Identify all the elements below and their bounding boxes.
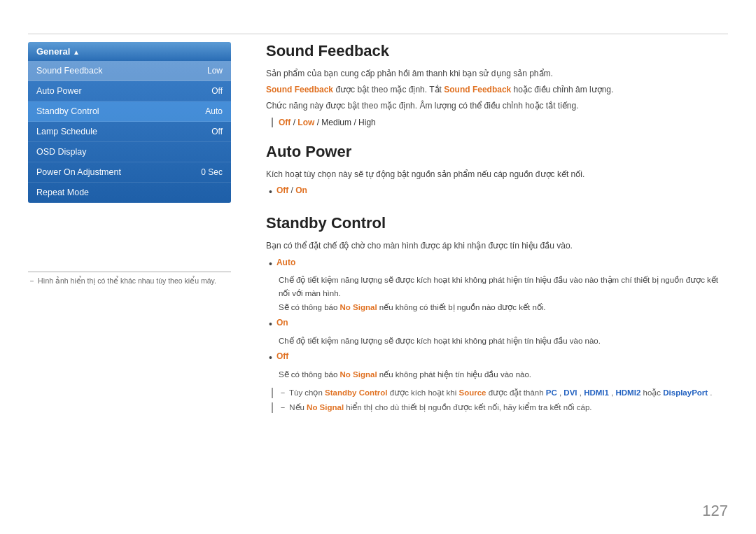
- standby-off-label: Off: [276, 351, 288, 361]
- sidebar-menu: Sound Feedback Low Auto Power Off Standb…: [28, 61, 231, 203]
- opt-medium: Medium: [321, 118, 351, 127]
- sidebar-divider: [28, 272, 231, 272]
- standby-bullets: • Auto Chế độ tiết kiệm năng lượng sẽ đư…: [269, 258, 728, 381]
- sidebar-item-lamp-schedule-value: Off: [211, 127, 223, 136]
- sidebar-item-osd-display[interactable]: OSD Display: [28, 142, 231, 162]
- sidebar-item-power-on-adjustment-value: 0 Sec: [201, 167, 223, 177]
- sound-feedback-bold2: Sound Feedback: [444, 85, 511, 94]
- sidebar-item-auto-power-label: Auto Power: [36, 86, 82, 96]
- standby-note1: － Tùy chọn Standby Control được kích hoạ…: [272, 388, 728, 398]
- bullet-dot-auto-icon: •: [269, 258, 272, 272]
- standby-bullet-on: • On: [269, 318, 728, 332]
- sound-feedback-text3: hoặc điều chỉnh âm lượng.: [514, 85, 614, 94]
- sidebar-arrow-icon: ▲: [73, 48, 80, 56]
- sound-feedback-options: Off / Low / Medium / High: [272, 118, 728, 127]
- auto-power-options: • Off / On: [269, 185, 728, 199]
- main-content: Sound Feedback Sản phẩm của bạn cung cấp…: [266, 42, 728, 506]
- section-auto-power: Auto Power Kích hoạt tùy chọn này sẽ tự …: [266, 143, 728, 199]
- sidebar-item-lamp-schedule-label: Lamp Schedule: [36, 127, 97, 136]
- page-number: 127: [702, 502, 728, 520]
- section-standby-control: Standby Control Bạn có thể đặt chế độ ch…: [266, 214, 728, 413]
- sound-feedback-bold1: Sound Feedback: [266, 85, 333, 94]
- sidebar-item-sound-feedback-label: Sound Feedback: [36, 66, 103, 76]
- sound-feedback-para1: Sản phẩm của bạn cung cấp phản hồi âm th…: [266, 67, 728, 80]
- bullet-dot-on-icon: •: [269, 318, 272, 332]
- sidebar-title: General ▲: [28, 42, 231, 61]
- sidebar-item-power-on-adjustment-label: Power On Adjustment: [36, 167, 121, 177]
- standby-control-title: Standby Control: [266, 214, 728, 232]
- sidebar-item-osd-display-label: OSD Display: [36, 147, 87, 157]
- sound-feedback-text2: được bật theo mặc định. Tắt: [335, 85, 444, 94]
- standby-on-sub1: Chế độ tiết kiệm năng lượng sẽ được kích…: [279, 335, 728, 347]
- standby-bullet-auto: • Auto: [269, 258, 728, 272]
- sidebar-item-sound-feedback[interactable]: Sound Feedback Low: [28, 61, 231, 81]
- section-sound-feedback: Sound Feedback Sản phẩm của bạn cung cấp…: [266, 42, 728, 127]
- standby-control-para: Bạn có thể đặt chế độ chờ cho màn hình đ…: [266, 239, 728, 253]
- hdmi1-bold: HDMI1: [584, 388, 609, 397]
- standby-on-label: On: [276, 318, 288, 328]
- sidebar-item-auto-power[interactable]: Auto Power Off: [28, 81, 231, 101]
- dvi-bold: DVI: [564, 388, 577, 397]
- no-signal-bold1: No Signal: [340, 303, 377, 311]
- source-bold: Source: [458, 388, 486, 397]
- sidebar-item-lamp-schedule[interactable]: Lamp Schedule Off: [28, 122, 231, 142]
- auto-power-off-on: Off / On: [276, 185, 307, 195]
- auto-power-on: On: [295, 185, 307, 195]
- standby-auto-sub1: Chế độ tiết kiệm năng lượng sẽ được kích…: [279, 274, 728, 300]
- auto-power-para: Kích hoạt tùy chọn này sẽ tự động bật ng…: [266, 168, 728, 181]
- standby-auto-label: Auto: [276, 258, 295, 267]
- auto-power-off: Off: [276, 185, 288, 195]
- hdmi2-bold: HDMI2: [616, 388, 641, 397]
- sound-feedback-para2: Sound Feedback được bật theo mặc định. T…: [266, 83, 728, 97]
- sidebar: General ▲ Sound Feedback Low Auto Power …: [28, 42, 231, 203]
- sound-feedback-title: Sound Feedback: [266, 42, 728, 60]
- displayport-bold: DisplayPort: [663, 388, 708, 397]
- standby-bullet-off: • Off: [269, 351, 728, 365]
- opt-high: High: [358, 118, 376, 127]
- sidebar-item-standby-control[interactable]: Standby Control Auto: [28, 101, 231, 122]
- opt-off: Off: [279, 118, 290, 127]
- pc-bold: PC: [546, 388, 557, 397]
- sound-feedback-para3: Chức năng này được bật theo mặc định. Âm…: [266, 99, 728, 113]
- sidebar-item-standby-control-label: Standby Control: [36, 106, 99, 116]
- sidebar-caption: － Hình ảnh hiển thị có thể khác nhau tùy…: [28, 276, 216, 286]
- sidebar-item-sound-feedback-value: Low: [207, 66, 223, 76]
- sidebar-item-repeat-mode[interactable]: Repeat Mode: [28, 183, 231, 203]
- bullet-dot-off-icon: •: [269, 351, 272, 365]
- standby-off-sub1: Sẽ có thông báo No Signal nếu không phát…: [279, 368, 728, 381]
- sidebar-item-auto-power-value: Off: [211, 86, 223, 96]
- standby-note2: － Nếu No Signal hiển thị cho dù thiết bị…: [272, 402, 728, 413]
- auto-power-bullet-off-on: • Off / On: [269, 185, 728, 199]
- opt-low: Low: [298, 118, 314, 127]
- top-border: [28, 34, 728, 34]
- sidebar-item-standby-control-value: Auto: [205, 106, 223, 116]
- standby-control-bold: Standby Control: [325, 388, 387, 397]
- auto-power-title: Auto Power: [266, 143, 728, 161]
- no-signal-bold3: No Signal: [307, 403, 344, 412]
- bullet-dot-icon: •: [269, 185, 272, 199]
- standby-auto-sub2: Sẽ có thông báo No Signal nếu không có t…: [279, 301, 728, 314]
- sidebar-title-label: General: [36, 46, 70, 57]
- sidebar-item-repeat-mode-label: Repeat Mode: [36, 188, 89, 197]
- no-signal-bold2: No Signal: [340, 370, 377, 379]
- sidebar-item-power-on-adjustment[interactable]: Power On Adjustment 0 Sec: [28, 162, 231, 183]
